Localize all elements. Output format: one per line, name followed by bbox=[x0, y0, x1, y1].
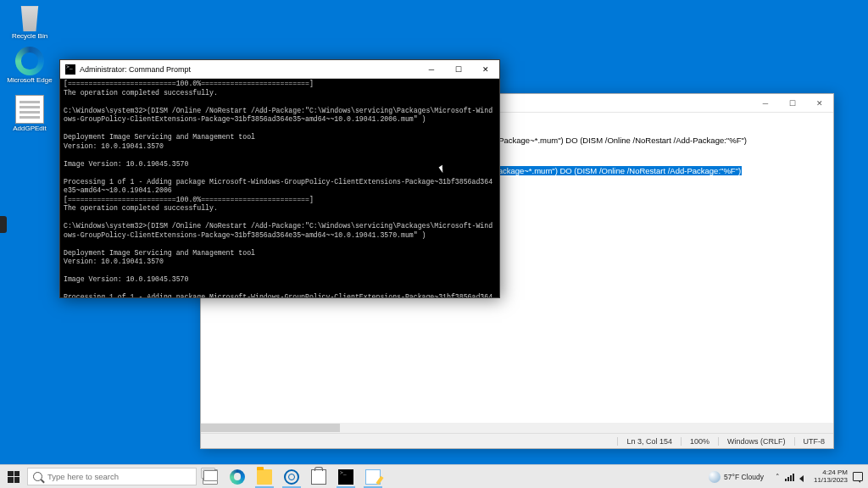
gear-icon bbox=[284, 469, 299, 485]
textfile-icon bbox=[15, 95, 44, 124]
recycle-bin-icon bbox=[15, 3, 44, 31]
status-position: Ln 3, Col 154 bbox=[617, 437, 681, 446]
store-icon bbox=[311, 469, 326, 485]
desktop-icon-label: AddGPEdit bbox=[5, 125, 54, 133]
cmd-icon bbox=[65, 64, 75, 75]
notepad-line-1: -Package~*.mum") DO (DISM /Online /NoRes… bbox=[496, 136, 747, 145]
notepad-horizontal-scrollbar[interactable] bbox=[201, 423, 833, 433]
taskbar-edge[interactable] bbox=[224, 465, 251, 488]
cmd-close-button[interactable]: ✕ bbox=[472, 60, 499, 79]
folder-icon bbox=[257, 469, 272, 485]
search-input[interactable] bbox=[47, 472, 191, 481]
cmd-terminal-output[interactable]: [==========================100.0%=======… bbox=[60, 79, 499, 297]
notepad-maximize-button[interactable]: ☐ bbox=[779, 94, 806, 112]
clock-date: 11/13/2023 bbox=[814, 477, 848, 484]
cmd-window[interactable]: Administrator: Command Prompt ─ ☐ ✕ [===… bbox=[59, 59, 500, 298]
taskbar-search-box[interactable] bbox=[27, 468, 197, 485]
edge-icon bbox=[15, 47, 44, 75]
sound-icon[interactable] bbox=[799, 473, 809, 481]
desktop-icon-recycle-bin[interactable]: Recycle Bin bbox=[5, 3, 54, 41]
taskbar: 57°F Cloudy ˄ 4:24 PM 11/13/2023 bbox=[0, 464, 868, 488]
start-button[interactable] bbox=[0, 465, 27, 488]
taskbar-file-explorer[interactable] bbox=[251, 465, 278, 488]
cmd-minimize-button[interactable]: ─ bbox=[418, 60, 445, 79]
task-view-button[interactable] bbox=[197, 465, 224, 488]
desktop-icon-label: Recycle Bin bbox=[5, 33, 54, 41]
network-icon[interactable] bbox=[785, 473, 794, 481]
weather-text: 57°F Cloudy bbox=[724, 473, 764, 481]
status-eol: Windows (CRLF) bbox=[718, 437, 794, 446]
task-view-icon bbox=[203, 469, 218, 485]
taskbar-settings[interactable] bbox=[278, 465, 305, 488]
taskbar-store[interactable] bbox=[305, 465, 332, 488]
side-handle[interactable] bbox=[0, 216, 7, 233]
tray-overflow-button[interactable]: ˄ bbox=[776, 473, 780, 481]
cmd-titlebar[interactable]: Administrator: Command Prompt ─ ☐ ✕ bbox=[60, 60, 499, 79]
taskbar-clock[interactable]: 4:24 PM 11/13/2023 bbox=[814, 469, 848, 484]
desktop-icon-edge[interactable]: Microsoft Edge bbox=[5, 47, 54, 85]
desktop-icon-label: Microsoft Edge bbox=[5, 77, 54, 85]
notepad-minimize-button[interactable]: ─ bbox=[752, 94, 779, 112]
status-zoom: 100% bbox=[681, 437, 718, 446]
notepad-status-bar: Ln 3, Col 154 100% Windows (CRLF) UTF-8 bbox=[201, 433, 833, 448]
cmd-title: Administrator: Command Prompt bbox=[80, 65, 418, 74]
system-tray: 57°F Cloudy ˄ 4:24 PM 11/13/2023 bbox=[704, 465, 868, 488]
notepad-close-button[interactable]: ✕ bbox=[806, 94, 833, 112]
cmd-icon bbox=[338, 469, 353, 485]
weather-icon bbox=[709, 471, 721, 483]
search-icon bbox=[33, 472, 42, 481]
desktop-icon-addgpedit[interactable]: AddGPEdit bbox=[5, 95, 54, 133]
taskbar-cmd[interactable] bbox=[332, 465, 359, 488]
windows-logo-icon bbox=[8, 471, 19, 483]
status-encoding: UTF-8 bbox=[794, 437, 834, 446]
taskbar-notepad[interactable] bbox=[359, 465, 387, 488]
weather-widget[interactable]: 57°F Cloudy bbox=[709, 471, 764, 483]
cmd-maximize-button[interactable]: ☐ bbox=[445, 60, 472, 79]
notepad-icon bbox=[365, 469, 381, 485]
notepad-line-2-selected: sions-Package~*.mum") DO (DISM /Online /… bbox=[470, 166, 742, 175]
edge-icon bbox=[230, 469, 245, 485]
notifications-icon[interactable] bbox=[853, 472, 863, 481]
scrollbar-thumb[interactable] bbox=[201, 424, 340, 432]
